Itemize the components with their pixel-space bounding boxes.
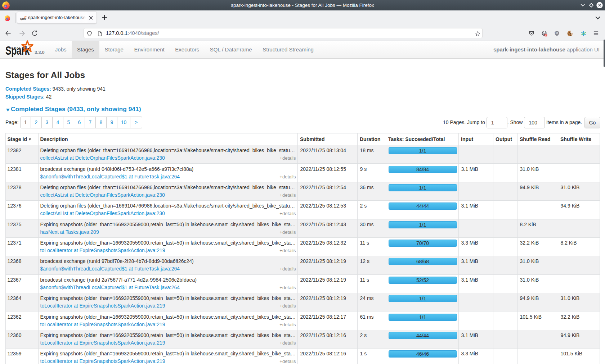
- svg-text:UO: UO: [556, 32, 559, 34]
- svg-text:Spark: Spark: [20, 18, 26, 21]
